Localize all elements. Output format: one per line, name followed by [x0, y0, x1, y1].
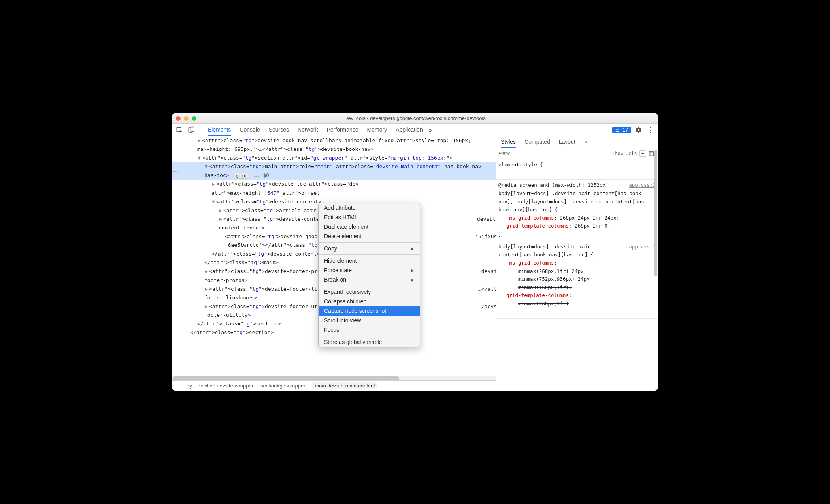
- cls-chip[interactable]: .cls: [626, 151, 637, 156]
- menu-item-duplicate-element[interactable]: Duplicate element: [319, 222, 420, 231]
- tab-application[interactable]: Application: [396, 124, 423, 136]
- styles-more-tabs-icon[interactable]: »: [584, 136, 587, 148]
- add-rule-chip[interactable]: +: [639, 150, 646, 157]
- dom-node[interactable]: ▶<attr">class="tg">devsite-book-nav scro…: [172, 136, 496, 145]
- zoom-window-icon[interactable]: [192, 116, 196, 121]
- breadcrumb-item[interactable]: dy: [187, 383, 192, 389]
- tab-network[interactable]: Network: [298, 124, 318, 136]
- issues-count: 17: [623, 127, 628, 133]
- menu-item-delete-element[interactable]: Delete element: [319, 231, 420, 241]
- breadcrumb-item[interactable]: main.devsite-main-content: [312, 382, 377, 389]
- menu-item-hide-element[interactable]: Hide element: [319, 256, 420, 265]
- menu-item-edit-as-html[interactable]: Edit as HTML: [319, 213, 420, 222]
- dom-node[interactable]: max-height: 695px;">…</attr">class="tg">…: [172, 145, 496, 154]
- minimize-window-icon[interactable]: [184, 116, 189, 121]
- gutter-ellipsis: •••: [173, 169, 179, 173]
- menu-item-break-on[interactable]: Break on: [319, 275, 420, 284]
- dom-node-selected[interactable]: has-toc> grid == $0: [172, 171, 496, 180]
- styles-tab-styles[interactable]: Styles: [501, 136, 516, 148]
- more-tabs-icon[interactable]: »: [426, 126, 435, 134]
- horizontal-scrollbar[interactable]: [172, 376, 496, 380]
- menu-item-store-as-global-variable[interactable]: Store as global variable: [319, 337, 420, 347]
- context-menu[interactable]: Add attributeEdit as HTMLDuplicate eleme…: [318, 203, 420, 347]
- devtools-window: DevTools - developers.google.com/web/too…: [172, 113, 658, 391]
- style-rules[interactable]: element.style {}app.css:1@media screen a…: [496, 159, 658, 391]
- source-link[interactable]: app.css:1: [629, 181, 656, 190]
- style-rule[interactable]: element.style {}: [496, 159, 658, 180]
- dom-node[interactable]: ▼<attr">class="tg">section attr">id="gc-…: [172, 154, 496, 162]
- hover-chip[interactable]: :hov: [612, 151, 623, 156]
- tab-elements[interactable]: Elements: [208, 124, 231, 136]
- styles-tab-computed[interactable]: Computed: [524, 136, 550, 148]
- window-title: DevTools - developers.google.com/web/too…: [172, 115, 658, 121]
- styles-filter-row: :hov .cls +: [496, 148, 658, 159]
- inspect-element-icon[interactable]: [175, 126, 184, 134]
- vertical-scrollbar[interactable]: [653, 148, 658, 391]
- breadcrumb-bar: … dysection.devsite-wrappersection#gc-wr…: [172, 380, 496, 391]
- main-toolbar: ElementsConsoleSourcesNetworkPerformance…: [172, 124, 658, 136]
- dom-node[interactable]: ▶<attr">class="tg">devsite-toc attr">cla…: [172, 180, 496, 188]
- svg-rect-2: [191, 127, 194, 131]
- style-rule[interactable]: app.css:1@media screen and (max-width: 1…: [496, 180, 658, 241]
- issues-button[interactable]: 17: [612, 127, 631, 133]
- menu-item-expand-recursively[interactable]: Expand recursively: [319, 287, 420, 297]
- traffic-lights: [176, 116, 196, 121]
- menu-item-collapse-children[interactable]: Collapse children: [319, 297, 420, 306]
- style-rule[interactable]: app.css:1body[layout=docs] .devsite-main…: [496, 241, 658, 319]
- svg-rect-3: [649, 151, 654, 156]
- menu-item-scroll-into-view[interactable]: Scroll into view: [319, 316, 420, 325]
- tab-performance[interactable]: Performance: [326, 124, 358, 136]
- styles-tab-layout[interactable]: Layout: [559, 136, 575, 148]
- breadcrumb-post: …: [390, 383, 395, 389]
- styles-panel: StylesComputedLayout» :hov .cls + elemen…: [496, 136, 658, 391]
- menu-item-capture-node-screenshot[interactable]: Capture node screenshot: [319, 306, 420, 316]
- tab-console[interactable]: Console: [240, 124, 260, 136]
- settings-icon[interactable]: [634, 126, 643, 134]
- source-link[interactable]: app.css:1: [629, 243, 656, 251]
- menu-item-copy[interactable]: Copy: [319, 244, 420, 253]
- grid-badge: grid: [233, 173, 249, 179]
- styles-filter-input[interactable]: [498, 150, 542, 156]
- menu-item-focus[interactable]: Focus: [319, 325, 420, 335]
- elements-panel: ••• ▶<attr">class="tg">devsite-book-nav …: [172, 136, 496, 391]
- menu-item-add-attribute[interactable]: Add attribute: [319, 203, 420, 213]
- dom-node[interactable]: attr">max-height="647" attr">offset=: [172, 189, 496, 197]
- menu-item-force-state[interactable]: Force state: [319, 265, 420, 275]
- tab-sources[interactable]: Sources: [269, 124, 289, 136]
- breadcrumb-pre: …: [176, 383, 181, 389]
- device-toggle-icon[interactable]: [187, 126, 196, 134]
- breadcrumb-item[interactable]: section#gc-wrapper: [260, 383, 305, 389]
- tab-memory[interactable]: Memory: [367, 124, 387, 136]
- close-window-icon[interactable]: [176, 116, 181, 121]
- dom-node-selected[interactable]: ▼<attr">class="tg">main attr">role="main…: [172, 162, 496, 171]
- kebab-menu-icon[interactable]: ⋮: [646, 126, 655, 134]
- breadcrumb-item[interactable]: section.devsite-wrapper: [199, 383, 253, 389]
- titlebar: DevTools - developers.google.com/web/too…: [172, 113, 658, 124]
